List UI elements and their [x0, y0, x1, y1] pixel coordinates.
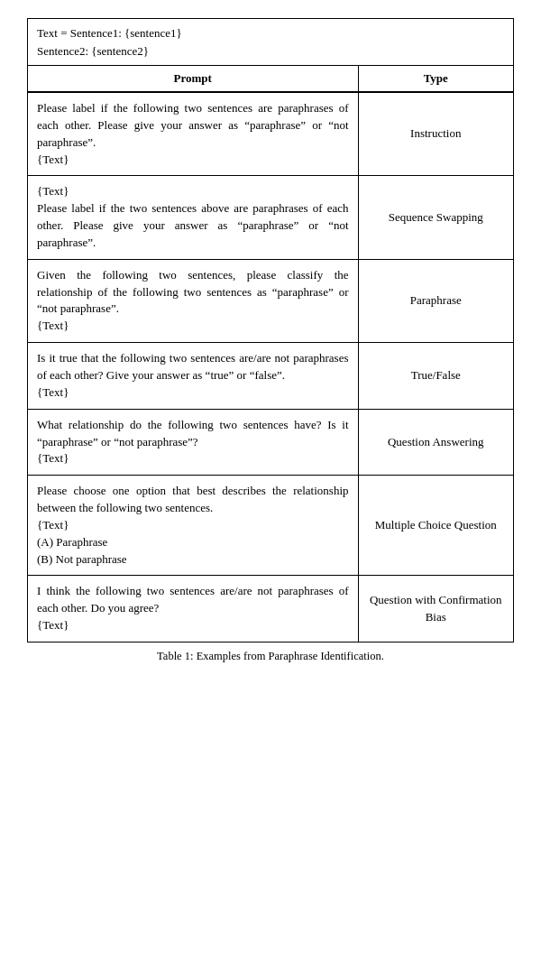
type-cell: Paraphrase	[358, 259, 513, 342]
table-row: Please choose one option that best descr…	[28, 476, 514, 576]
table-row: Please label if the following two senten…	[28, 92, 514, 176]
type-cell: Question Answering	[358, 409, 513, 476]
table-row: Given the following two sentences, pleas…	[28, 259, 514, 342]
type-cell: Instruction	[358, 92, 513, 176]
caption-line1: Text = Sentence1: {sentence1}	[37, 26, 182, 40]
prompt-cell: {Text}Please label if the two sentences …	[28, 176, 359, 259]
prompt-cell: I think the following two sentences are/…	[28, 576, 359, 643]
type-cell: Multiple Choice Question	[358, 476, 513, 576]
caption-line2: Sentence2: {sentence2}	[37, 44, 149, 58]
text-caption: Text = Sentence1: {sentence1} Sentence2:…	[27, 18, 514, 65]
main-table: Prompt Type Please label if the followin…	[27, 65, 514, 643]
prompt-cell: What relationship do the following two s…	[28, 409, 359, 476]
table-caption: Table 1: Examples from Paraphrase Identi…	[27, 650, 514, 663]
type-cell: Sequence Swapping	[358, 176, 513, 259]
header-prompt: Prompt	[28, 66, 359, 93]
table-row: Is it true that the following two senten…	[28, 343, 514, 410]
prompt-cell: Please choose one option that best descr…	[28, 476, 359, 576]
table-row: What relationship do the following two s…	[28, 409, 514, 476]
type-cell: True/False	[358, 343, 513, 410]
table-row: I think the following two sentences are/…	[28, 576, 514, 643]
prompt-cell: Given the following two sentences, pleas…	[28, 259, 359, 342]
type-cell: Question with Confirmation Bias	[358, 576, 513, 643]
prompt-cell: Please label if the following two senten…	[28, 92, 359, 176]
table-row: {Text}Please label if the two sentences …	[28, 176, 514, 259]
prompt-cell: Is it true that the following two senten…	[28, 343, 359, 410]
header-type: Type	[358, 66, 513, 93]
